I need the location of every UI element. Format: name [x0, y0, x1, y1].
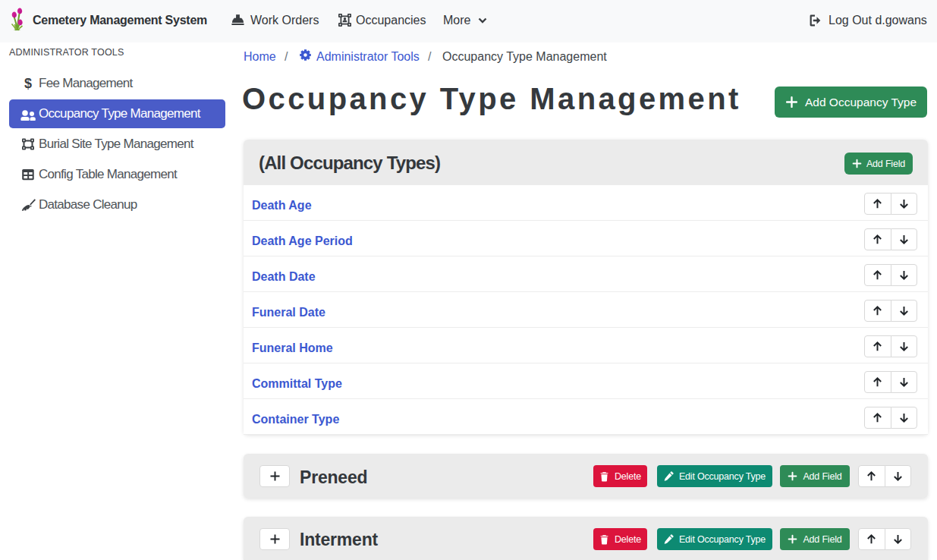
svg-text:$: $: [24, 77, 32, 90]
